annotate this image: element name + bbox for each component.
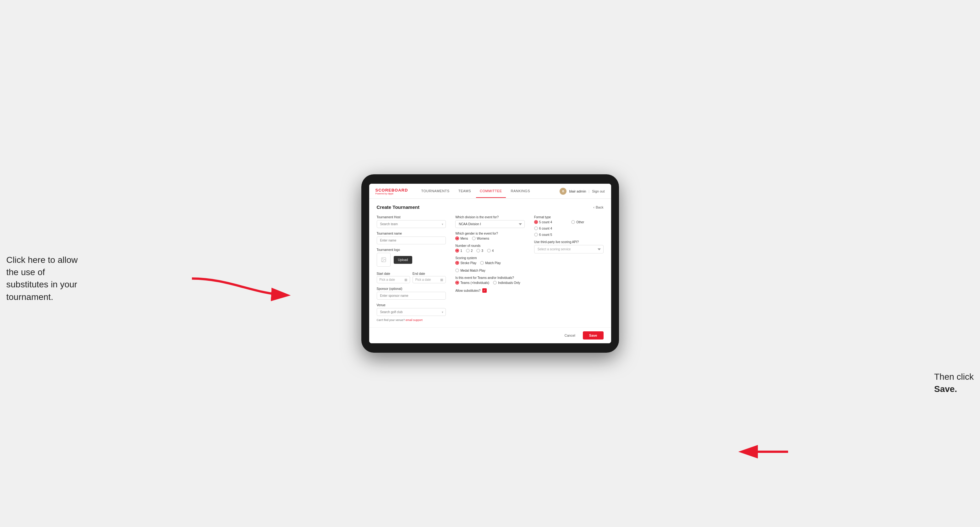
format-5count4-label: 5 count 4 (539, 221, 552, 224)
tournament-name-label: Tournament name (377, 232, 446, 235)
rounds-3[interactable]: 3 (476, 249, 483, 252)
rounds-3-radio[interactable] (476, 249, 480, 252)
sign-out-link[interactable]: Sign out (592, 189, 605, 193)
nav-items: TOURNAMENTS TEAMS COMMITTEE RANKINGS (417, 185, 560, 198)
nav-logo: SCOREBOARD Powered by clippd (375, 188, 408, 195)
venue-hint: Can't find your venue? email support (377, 319, 446, 322)
right-column: Format type 5 count 4 Other (534, 216, 604, 322)
tournament-logo-field: Tournament logo Upload (377, 248, 446, 267)
tournament-host-field: Tournament Host ▾ (377, 216, 446, 228)
tournament-host-label: Tournament Host (377, 216, 446, 219)
rounds-4-label: 4 (492, 249, 494, 252)
left-column: Tournament Host ▾ Tournament name Tourna… (377, 216, 446, 322)
scoring-stroke-radio[interactable] (455, 261, 459, 265)
division-label: Which division is the event for? (455, 216, 525, 219)
form-grid: Tournament Host ▾ Tournament name Tourna… (377, 216, 604, 322)
nav-item-committee[interactable]: COMMITTEE (476, 185, 506, 198)
venue-input[interactable] (377, 308, 446, 316)
user-name: blair admin (569, 189, 586, 193)
rounds-radio-group: 1 2 3 4 (455, 249, 525, 252)
scoring-medal[interactable]: Medal Match Play (455, 268, 485, 272)
format-other[interactable]: Other (571, 220, 603, 224)
tournament-host-input[interactable] (377, 220, 446, 228)
venue-field: Venue ▾ Can't find your venue? email sup… (377, 303, 446, 322)
upload-button[interactable]: Upload (394, 256, 412, 264)
event-teams[interactable]: Teams (+Individuals) (455, 281, 489, 284)
tournament-logo-label: Tournament logo (377, 248, 446, 252)
annotation-right: Then click Save. (934, 371, 974, 395)
rounds-1-radio[interactable] (455, 249, 459, 252)
event-for-field: Is this event for Teams and/or Individua… (455, 276, 525, 284)
format-5count4-radio[interactable] (534, 220, 538, 224)
nav-item-tournaments[interactable]: TOURNAMENTS (417, 185, 453, 198)
rounds-3-label: 3 (481, 249, 483, 252)
division-select[interactable]: NCAA Division I (455, 220, 525, 228)
format-other-radio[interactable] (571, 220, 575, 224)
nav-item-rankings[interactable]: RANKINGS (507, 185, 534, 198)
format-6count4-radio[interactable] (534, 227, 538, 230)
nav-item-teams[interactable]: TEAMS (455, 185, 475, 198)
format-6count5-radio[interactable] (534, 233, 538, 237)
rounds-2-label: 2 (471, 249, 473, 252)
rounds-1-label: 1 (460, 249, 462, 252)
scoring-match-radio[interactable] (480, 261, 484, 265)
scoring-stroke[interactable]: Stroke Play (455, 261, 476, 265)
tablet-screen: SCOREBOARD Powered by clippd TOURNAMENTS… (369, 184, 611, 343)
substitutes-label: Allow substitutes? (455, 289, 480, 292)
cancel-button[interactable]: Cancel (560, 331, 580, 340)
email-support-link[interactable]: email support (406, 319, 423, 322)
date-placeholder-end: Pick a date (415, 278, 439, 281)
event-individuals[interactable]: Individuals Only (493, 281, 520, 284)
nav-right: B blair admin | Sign out (560, 188, 605, 195)
scoring-medal-radio[interactable] (455, 268, 459, 272)
scoring-api-select[interactable]: Select a scoring service (534, 245, 604, 254)
calendar-icon-end: ▦ (440, 278, 443, 281)
gender-womens-label: Womens (477, 237, 489, 240)
event-teams-radio[interactable] (455, 281, 459, 284)
rounds-4[interactable]: 4 (487, 249, 494, 252)
event-for-radio-group: Teams (+Individuals) Individuals Only (455, 281, 525, 284)
gender-mens-radio[interactable] (455, 237, 459, 240)
rounds-4-radio[interactable] (487, 249, 491, 252)
logo-upload-area: Upload (377, 253, 446, 267)
format-6count4[interactable]: 6 count 4 (534, 226, 566, 231)
scoring-api-field: Use third-party live scoring API? Select… (534, 240, 604, 254)
end-date-label: End date (412, 272, 425, 275)
save-button[interactable]: Save (583, 331, 604, 340)
start-date-input[interactable]: Pick a date ▦ (377, 276, 410, 283)
format-spacer1 (571, 226, 603, 231)
scoring-match-label: Match Play (485, 261, 501, 265)
format-options-grid: 5 count 4 Other 6 count 4 (534, 220, 604, 237)
substitutes-field: Allow substitutes? ✓ (455, 288, 525, 293)
page-title: Create Tournament (377, 205, 420, 210)
scoring-field: Scoring system Stroke Play Match Play (455, 256, 525, 272)
format-6count5-label: 6 count 5 (539, 233, 552, 237)
gender-radio-group: Mens Womens (455, 237, 525, 240)
avatar: B (560, 188, 566, 195)
rounds-2[interactable]: 2 (466, 249, 473, 252)
rounds-2-radio[interactable] (466, 249, 470, 252)
back-button[interactable]: ‹ Back (593, 205, 603, 209)
scoring-match[interactable]: Match Play (480, 261, 501, 265)
format-6count5[interactable]: 6 count 5 (534, 233, 566, 237)
gender-womens-radio[interactable] (472, 237, 476, 240)
gender-womens[interactable]: Womens (472, 237, 489, 240)
format-type-label: Format type (534, 216, 604, 219)
format-5count4[interactable]: 5 count 4 (534, 220, 566, 224)
middle-column: Which division is the event for? NCAA Di… (455, 216, 525, 322)
rounds-1[interactable]: 1 (455, 249, 462, 252)
format-type-field: Format type 5 count 4 Other (534, 216, 604, 237)
page-content: Create Tournament ‹ Back Tournament Host… (369, 199, 611, 327)
gender-mens-label: Mens (460, 237, 468, 240)
scoring-medal-label: Medal Match Play (460, 269, 485, 272)
sponsor-input[interactable] (377, 292, 446, 300)
event-individuals-radio[interactable] (493, 281, 497, 284)
tournament-name-input[interactable] (377, 237, 446, 244)
end-date-input[interactable]: Pick a date ▦ (412, 276, 446, 283)
gender-mens[interactable]: Mens (455, 237, 468, 240)
date-placeholder-start: Pick a date (380, 278, 403, 281)
substitutes-checkbox[interactable]: ✓ (482, 288, 487, 293)
event-teams-label: Teams (+Individuals) (460, 281, 489, 284)
gender-label: Which gender is the event for? (455, 232, 525, 235)
scoring-api-label: Use third-party live scoring API? (534, 240, 604, 244)
